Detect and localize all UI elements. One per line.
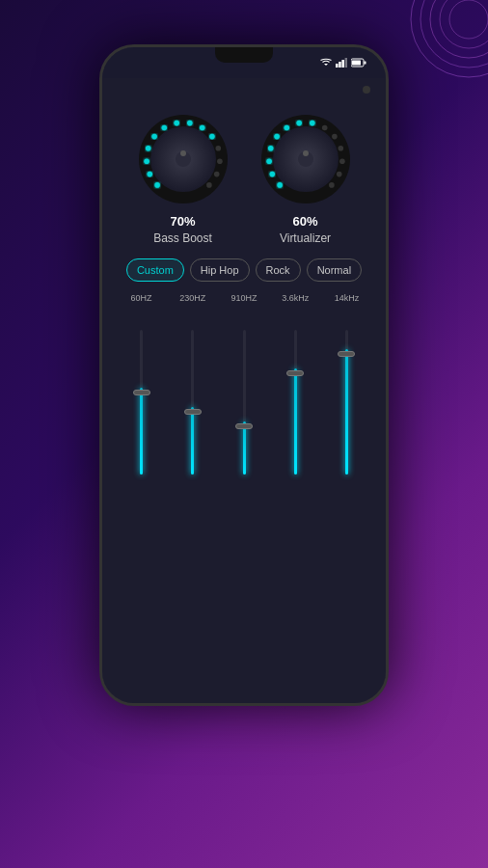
svg-point-26 (209, 134, 215, 140)
knob-wrapper-virtualizer: 60% Virtualizer (258, 111, 354, 247)
knob-virtualizer[interactable] (258, 111, 354, 207)
svg-point-25 (199, 125, 204, 131)
svg-point-28 (217, 159, 223, 165)
preset-tabs: CustomHip HopRockNormal (102, 247, 386, 293)
eq-label-230hz: 230HZ (167, 293, 218, 303)
svg-point-29 (213, 172, 219, 177)
svg-point-30 (206, 182, 212, 188)
eq-slider-col-14khz[interactable] (321, 311, 372, 475)
preset-tab-hiphop[interactable]: Hip Hop (190, 258, 250, 282)
svg-point-36 (269, 172, 275, 177)
svg-point-47 (336, 172, 341, 177)
eq-slider-col-60hz[interactable] (116, 311, 167, 475)
slider-track-3_6khz (294, 330, 297, 475)
notch (215, 47, 273, 63)
eq-label-14khz: 14kHz (321, 293, 372, 303)
slider-thumb-3_6khz[interactable] (286, 370, 304, 376)
svg-point-42 (310, 121, 315, 126)
svg-point-24 (187, 121, 193, 126)
svg-point-40 (284, 125, 289, 131)
eq-slider-col-3_6khz[interactable] (270, 311, 321, 475)
svg-point-27 (215, 146, 221, 151)
eq-labels: 60HZ230HZ910HZ3.6kHz14kHz (112, 293, 376, 303)
signal-icon (336, 58, 347, 68)
phone-frame: 70% Bass Boost (99, 44, 389, 706)
battery-icon (351, 58, 366, 68)
svg-point-44 (332, 134, 338, 140)
svg-marker-5 (324, 64, 328, 66)
knob-label-bass-boost: 70% Bass Boost (153, 213, 212, 247)
eq-label-60hz: 60HZ (116, 293, 167, 303)
slider-thumb-230hz[interactable] (184, 409, 202, 415)
app-screen: 70% Bass Boost (102, 78, 386, 703)
slider-thumb-14khz[interactable] (338, 351, 355, 357)
slider-fill-910hz (243, 421, 246, 475)
eq-label-910hz: 910HZ (218, 293, 269, 303)
eq-section: 60HZ230HZ910HZ3.6kHz14kHz (102, 293, 386, 484)
knob-svg-virtualizer[interactable] (258, 111, 354, 207)
eq-sliders (112, 311, 376, 475)
svg-point-34 (303, 150, 309, 156)
slider-track-60hz (140, 330, 143, 475)
svg-point-43 (321, 125, 327, 131)
svg-point-16 (180, 150, 186, 156)
svg-rect-11 (352, 61, 361, 66)
status-bar (102, 47, 386, 78)
slider-thumb-60hz[interactable] (133, 390, 150, 395)
slider-track-230hz (191, 330, 194, 475)
slider-track-910hz (243, 330, 246, 475)
slider-thumb-910hz[interactable] (235, 423, 253, 429)
knob-svg-bass-boost[interactable] (135, 111, 231, 207)
svg-point-21 (151, 134, 157, 140)
slider-fill-60hz (140, 388, 143, 475)
svg-point-45 (338, 146, 343, 151)
slider-fill-14khz (345, 349, 348, 475)
knob-wrapper-bass-boost: 70% Bass Boost (135, 111, 231, 247)
preset-tab-normal[interactable]: Normal (307, 258, 362, 282)
preset-tab-rock[interactable]: Rock (256, 258, 301, 282)
menu-dot[interactable] (363, 86, 370, 94)
knob-bass-boost[interactable] (135, 111, 231, 207)
svg-point-41 (296, 121, 302, 126)
svg-point-39 (274, 134, 280, 140)
svg-point-18 (147, 172, 152, 177)
wifi-icon (320, 58, 332, 68)
svg-rect-12 (365, 62, 366, 65)
svg-point-19 (144, 159, 149, 165)
svg-point-22 (161, 125, 167, 131)
knob-label-virtualizer: 60% Virtualizer (280, 213, 331, 247)
svg-rect-9 (345, 58, 347, 68)
top-bar (102, 78, 386, 101)
svg-point-46 (339, 159, 345, 165)
svg-point-35 (277, 182, 283, 188)
preset-tab-custom[interactable]: Custom (126, 258, 184, 282)
svg-point-38 (267, 146, 273, 151)
svg-point-37 (266, 159, 272, 165)
slider-fill-230hz (191, 407, 194, 475)
slider-track-14khz (345, 330, 348, 475)
svg-rect-6 (336, 64, 339, 68)
svg-rect-8 (341, 60, 344, 68)
eq-label-3_6khz: 3.6kHz (270, 293, 321, 303)
svg-point-20 (145, 146, 150, 151)
svg-rect-7 (339, 62, 341, 68)
slider-fill-3_6khz (294, 368, 297, 475)
status-icons (320, 58, 370, 68)
svg-point-23 (174, 121, 179, 126)
app-title (0, 0, 488, 44)
knobs-container: 70% Bass Boost (102, 101, 386, 247)
svg-point-48 (329, 182, 335, 188)
svg-point-17 (154, 182, 160, 188)
eq-slider-col-230hz[interactable] (167, 311, 218, 475)
eq-slider-col-910hz[interactable] (218, 311, 269, 475)
